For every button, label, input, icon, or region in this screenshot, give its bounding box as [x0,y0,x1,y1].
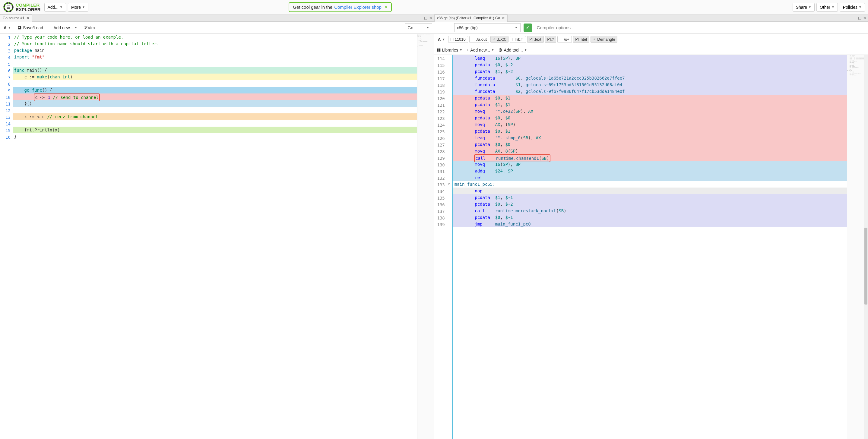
font-button[interactable]: A▼ [436,36,447,43]
save-load-button[interactable]: Save/Load [16,24,45,31]
filter-trim[interactable]: \s+ [557,36,572,43]
maximize-icon[interactable]: ▢ [858,16,862,20]
code-body[interactable]: leaq 16(SP), BP pcdata $0, $-2 pcdata $1… [453,55,847,439]
chevron-down-icon: ▼ [859,5,862,9]
compiler-toolbar: x86 gc (tip) ▼ ✓ [434,22,868,34]
chevron-down-icon: ▼ [832,5,835,9]
gear-icon [499,48,503,52]
main-area: A▼ Save/Load + Add new... ▼ 𝓥 Vim Go ▼ 1 [0,22,868,439]
tabs-left: Go source #1 ✕ ▢ ✕ [0,14,434,22]
asm-editor[interactable]: 1141151161171181191201211221231241251261… [434,55,868,439]
vim-icon: 𝓥 [84,25,86,30]
editor-toolbar: A▼ Save/Load + Add new... ▼ 𝓥 Vim Go ▼ [0,22,434,34]
svg-rect-2 [7,5,10,6]
top-bar: COMPILER EXPLORER Add...▼ More▼ Get cool… [0,0,868,14]
minimap[interactable]: leaq 16(SP), BP pcdata $0, $-2 pcdata $1… [847,55,864,439]
book-icon [437,48,441,52]
svg-rect-4 [7,8,10,9]
logo[interactable]: COMPILER EXPLORER [3,2,41,13]
minimap[interactable]: // Type your code here, or load an examp… [417,34,434,439]
chevron-down-icon: ▼ [427,26,430,29]
close-icon[interactable]: ✕ [26,16,29,20]
add-button[interactable]: Add...▼ [44,3,66,12]
promo-link[interactable]: Compiler Explorer shop [334,4,381,10]
policies-button[interactable]: Policies▼ [840,3,865,12]
line-gutter: 1141151161171181191201211221231241251261… [434,55,447,439]
filter-demangle[interactable]: Demangle [591,36,617,43]
plus-icon: + [467,48,469,53]
promo-text: Get cool gear in the [293,4,332,10]
code-body[interactable]: // Type your code here, or load an examp… [13,34,417,439]
window-controls: ▢ ✕ [424,16,433,20]
chevron-down-icon: ▼ [8,26,11,29]
chevron-down-icon: ▼ [74,26,78,29]
chevron-down-icon: ▼ [491,48,494,52]
close-icon[interactable]: ✕ [384,5,388,9]
chevron-down-icon: ▼ [515,26,518,29]
filter-execute[interactable]: ./a.out [469,36,489,43]
tabs-right: x86 gc (tip) (Editor #1, Compiler #1) Go… [434,14,868,22]
filter-comments[interactable]: // [545,36,556,43]
other-button[interactable]: Other▼ [816,3,838,12]
share-button[interactable]: Share▼ [793,3,815,12]
close-icon[interactable]: ✕ [863,16,867,20]
add-new-button[interactable]: + Add new... ▼ [48,24,79,31]
more-button[interactable]: More▼ [68,3,88,12]
logo-text: COMPILER EXPLORER [16,3,41,12]
filter-libfunc[interactable]: lib.f: [510,36,526,43]
language-select[interactable]: Go ▼ [405,23,432,32]
filter-directives[interactable]: .text [527,36,544,43]
scrollbar[interactable] [864,55,868,439]
chevron-down-icon: ▼ [524,48,527,52]
svg-point-5 [500,49,501,51]
compiler-options-input[interactable] [535,23,867,32]
maximize-icon[interactable]: ▢ [424,16,428,20]
tab-compiler[interactable]: x86 gc (tip) (Editor #1, Compiler #1) Go… [434,14,507,22]
status-ok-icon: ✓ [524,24,532,32]
vim-button[interactable]: 𝓥 Vim [82,24,96,31]
chevron-down-icon: ▼ [442,38,445,41]
source-editor[interactable]: 12345678910111213141516 // Type your cod… [0,34,434,439]
promo-banner: Get cool gear in the Compiler Explorer s… [289,2,392,12]
tab-label: Go source #1 [3,16,25,20]
chevron-down-icon: ▼ [82,5,85,9]
save-icon [18,26,22,30]
top-right: Share▼ Other▼ Policies▼ [793,3,865,12]
svg-rect-3 [7,7,10,7]
tabs-row: Go source #1 ✕ ▢ ✕ x86 gc (tip) (Editor … [0,14,868,22]
compiler-pane: x86 gc (tip) ▼ ✓ A▼ 11010 ./a.out .LX0: … [434,22,868,439]
source-pane: A▼ Save/Load + Add new... ▼ 𝓥 Vim Go ▼ 1 [0,22,434,439]
logo-icon [3,2,14,13]
filter-binary[interactable]: 11010 [448,36,468,43]
plus-icon: + [50,25,52,30]
tab-label: x86 gc (tip) (Editor #1, Compiler #1) Go [437,16,500,20]
tab-source[interactable]: Go source #1 ✕ [0,14,32,22]
compiler-select[interactable]: x86 gc (tip) ▼ [454,23,521,32]
filter-row: A▼ 11010 ./a.out .LX0: lib.f: .text // \… [434,34,868,45]
chevron-down-icon: ▼ [459,48,462,52]
add-tool-button[interactable]: Add tool...▼ [499,48,527,53]
chevron-down-icon: ▼ [60,5,63,9]
close-icon[interactable]: ✕ [502,16,505,20]
extras-row: Libraries▼ + Add new...▼ Add tool...▼ [434,45,868,55]
fold-gutter: ⊟ [447,55,452,439]
chevron-down-icon: ▼ [808,5,811,9]
libraries-button[interactable]: Libraries▼ [437,48,463,53]
filter-labels[interactable]: .LX0: [490,36,508,43]
window-controls: ▢ ✕ [858,16,867,20]
close-icon[interactable]: ✕ [429,16,433,20]
filter-intel[interactable]: Intel [573,36,590,43]
line-gutter: 12345678910111213141516 [4,34,13,439]
font-button[interactable]: A▼ [2,24,13,31]
add-new-button[interactable]: + Add new...▼ [467,48,494,53]
